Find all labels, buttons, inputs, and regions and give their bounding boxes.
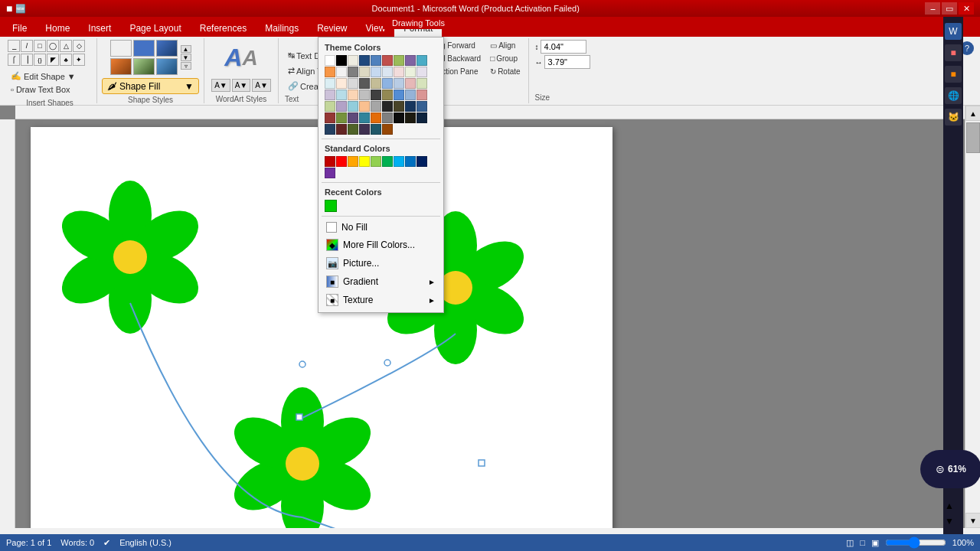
theme-color-swatch[interactable]	[336, 78, 347, 89]
taskbar-icon-5[interactable]: 🐱	[945, 109, 962, 126]
taskbar-icon-1[interactable]: W	[945, 23, 962, 40]
theme-color-swatch[interactable]	[348, 78, 358, 89]
style-swatch-3[interactable]	[156, 40, 178, 57]
theme-color-swatch[interactable]	[336, 124, 347, 135]
theme-color-swatch[interactable]	[371, 112, 381, 123]
style-swatch-2[interactable]	[133, 40, 155, 57]
theme-color-swatch[interactable]	[382, 124, 393, 135]
shape-icon-3[interactable]: □	[34, 40, 46, 52]
standard-color-swatch[interactable]	[336, 156, 347, 167]
scroll-thumb[interactable]	[966, 122, 980, 153]
theme-color-swatch[interactable]	[336, 101, 347, 112]
view-mode-print[interactable]: ◫	[846, 538, 854, 548]
theme-color-swatch[interactable]	[416, 78, 427, 89]
theme-color-swatch[interactable]	[325, 67, 335, 77]
taskbar-icon-3[interactable]: ■	[945, 66, 962, 83]
theme-color-swatch[interactable]	[348, 112, 358, 123]
standard-color-swatch[interactable]	[325, 156, 335, 167]
view-mode-full[interactable]: □	[860, 538, 865, 547]
scroll-down-button[interactable]: ▼	[965, 513, 980, 528]
taskbar-icon-4[interactable]: 🌐	[945, 87, 962, 104]
theme-color-swatch[interactable]	[382, 67, 393, 77]
theme-color-swatch[interactable]	[348, 90, 358, 100]
shape-icon-10[interactable]: ◤	[47, 54, 59, 66]
text-effects-button[interactable]: A▼	[252, 79, 271, 92]
theme-color-swatch[interactable]	[394, 90, 404, 100]
theme-color-swatch[interactable]	[371, 90, 381, 100]
standard-color-swatch[interactable]	[348, 156, 358, 167]
theme-color-swatch[interactable]	[359, 67, 370, 77]
theme-color-swatch[interactable]	[336, 112, 347, 123]
theme-color-swatch[interactable]	[405, 55, 416, 66]
theme-color-swatch[interactable]	[371, 67, 381, 77]
shape-icon-4[interactable]: ◯	[47, 40, 59, 52]
style-swatch-5[interactable]	[133, 58, 155, 75]
zoom-level[interactable]: 100%	[952, 538, 974, 547]
theme-color-swatch[interactable]	[382, 55, 393, 66]
tab-mailings[interactable]: Mailings	[256, 20, 308, 37]
theme-color-swatch[interactable]	[394, 101, 404, 112]
theme-color-swatch[interactable]	[325, 101, 335, 112]
shape-icon-8[interactable]: ⎥	[21, 54, 33, 66]
taskbar-icon-2[interactable]: ■	[945, 44, 962, 61]
close-button[interactable]: ✕	[959, 2, 974, 15]
theme-color-swatch[interactable]	[416, 67, 427, 77]
height-input[interactable]	[541, 40, 586, 54]
shape-icon-7[interactable]: ⎧	[8, 54, 20, 66]
shape-icon-6[interactable]: ◇	[73, 40, 85, 52]
theme-color-swatch[interactable]	[394, 78, 404, 89]
group-button[interactable]: □ Group	[487, 53, 523, 64]
tab-insert[interactable]: Insert	[79, 20, 120, 37]
theme-color-swatch[interactable]	[359, 101, 370, 112]
style-swatch-6[interactable]	[156, 58, 178, 75]
restore-button[interactable]: ▭	[942, 2, 957, 15]
theme-color-swatch[interactable]	[325, 90, 335, 100]
text-outline-button[interactable]: A▼	[232, 79, 251, 92]
theme-color-swatch[interactable]	[405, 78, 416, 89]
theme-color-swatch[interactable]	[405, 112, 416, 123]
standard-color-swatch[interactable]	[416, 156, 427, 167]
width-input[interactable]	[544, 55, 590, 69]
theme-color-swatch[interactable]	[348, 67, 358, 77]
theme-color-swatch[interactable]	[394, 112, 404, 123]
gradient-item[interactable]: ■ Gradient ►	[322, 272, 440, 291]
shape-icon-5[interactable]: △	[60, 40, 72, 52]
tab-references[interactable]: References	[191, 20, 256, 37]
theme-color-swatch[interactable]	[359, 112, 370, 123]
draw-text-box-button[interactable]: ▫ Draw Text Box	[8, 83, 92, 96]
theme-color-swatch[interactable]	[359, 55, 370, 66]
theme-color-swatch[interactable]	[325, 124, 335, 135]
theme-color-swatch[interactable]	[359, 90, 370, 100]
picture-item[interactable]: 📷 Picture...	[322, 254, 440, 272]
standard-color-swatch[interactable]	[359, 156, 370, 167]
rotate-button[interactable]: ↻ Rotate	[487, 66, 523, 77]
minimize-button[interactable]: ‒	[925, 2, 940, 15]
theme-color-swatch[interactable]	[394, 67, 404, 77]
align-button[interactable]: ▭ Align	[487, 40, 523, 51]
style-more[interactable]: ▿	[181, 62, 191, 70]
theme-color-swatch[interactable]	[359, 124, 370, 135]
standard-color-swatch[interactable]	[405, 156, 416, 167]
tab-file[interactable]: File	[3, 20, 36, 37]
view-mode-web[interactable]: ▣	[871, 538, 879, 548]
theme-color-swatch[interactable]	[371, 124, 381, 135]
shape-icon-11[interactable]: ♣	[60, 54, 72, 66]
scroll-up-button[interactable]: ▲	[965, 106, 980, 121]
panel-scroll-up[interactable]: ▲	[945, 500, 954, 511]
theme-color-swatch[interactable]	[405, 90, 416, 100]
theme-color-swatch[interactable]	[348, 55, 358, 66]
theme-color-swatch[interactable]	[405, 67, 416, 77]
standard-color-swatch[interactable]	[382, 156, 393, 167]
theme-color-swatch[interactable]	[371, 55, 381, 66]
tab-home[interactable]: Home	[36, 20, 79, 37]
shape-icon-1[interactable]: ⎯	[8, 40, 20, 52]
style-swatch-1[interactable]	[110, 40, 132, 57]
standard-color-swatch[interactable]	[371, 156, 381, 167]
zoom-slider[interactable]	[885, 536, 946, 549]
theme-color-swatch[interactable]	[405, 101, 416, 112]
standard-color-swatch[interactable]	[325, 168, 335, 178]
theme-color-swatch[interactable]	[371, 78, 381, 89]
theme-color-swatch[interactable]	[416, 55, 427, 66]
standard-color-swatch[interactable]	[394, 156, 404, 167]
theme-color-swatch[interactable]	[325, 78, 335, 89]
